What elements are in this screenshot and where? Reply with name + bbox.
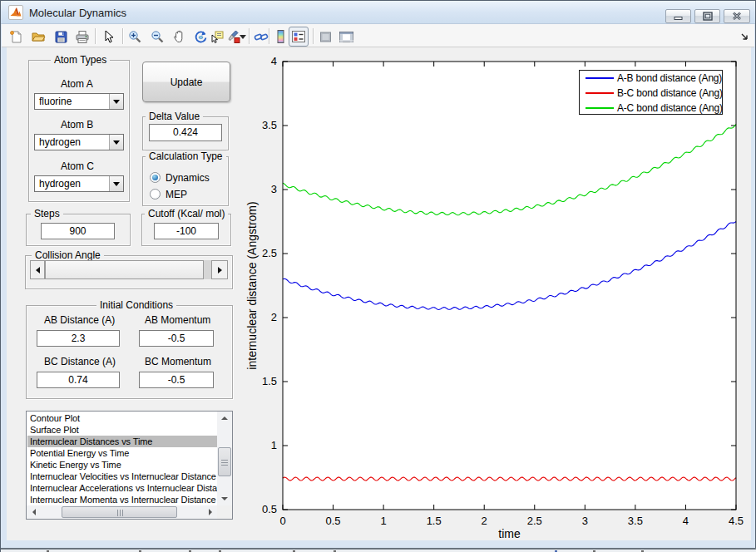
matlab-figure-icon (8, 5, 23, 20)
edit-arrow-icon[interactable] (99, 27, 117, 46)
list-item[interactable]: Internuclear Distances vs Time (27, 436, 217, 447)
scrollbar-corner (217, 505, 232, 519)
legend-label: B-C bond distance (Ang) (617, 87, 723, 99)
zoom-in-icon[interactable] (126, 27, 144, 46)
insert-legend-icon[interactable] (289, 27, 309, 47)
legend-line-sample (586, 107, 614, 109)
show-plot-tools-icon[interactable] (337, 27, 355, 46)
atom-a-label: Atom A (61, 78, 93, 90)
atom-types-title: Atom Types (51, 54, 110, 66)
ab-momentum-label: AB Momentum (145, 314, 210, 326)
cutoff-title: Cutoff (Kcal/ mol) (145, 208, 228, 219)
new-figure-icon[interactable] (7, 27, 25, 46)
slider-right-arrow[interactable] (211, 260, 228, 279)
vscroll-thumb[interactable] (218, 447, 231, 476)
list-item[interactable]: Internuclear Accelerations vs Internucle… (27, 482, 217, 494)
delta-value-title: Delta Value (146, 111, 203, 122)
ab-distance-label: AB Distance (A) (44, 314, 115, 326)
atom-b-label: Atom B (61, 119, 93, 131)
dynamics-radio[interactable] (150, 172, 161, 183)
list-item[interactable]: Surface Plot (27, 424, 217, 436)
print-figure-icon[interactable] (73, 27, 91, 46)
chevron-down-icon (113, 182, 120, 186)
figure-toolbar (2, 24, 754, 47)
rotate-3d-icon[interactable] (191, 27, 210, 46)
pan-icon[interactable] (170, 27, 188, 46)
chevron-down-icon (113, 140, 120, 145)
maximize-button[interactable] (694, 9, 720, 23)
plot-type-listbox[interactable]: Contour PlotSurface PlotInternuclear Dis… (26, 411, 233, 520)
slider-thumb[interactable] (45, 260, 204, 279)
update-button[interactable]: Update (142, 62, 230, 102)
collision-angle-title: Collision Angle (32, 249, 104, 261)
legend-entry: B-C bond distance (Ang) (580, 86, 722, 101)
steps-field[interactable]: 900 (41, 223, 115, 239)
ab-momentum-field[interactable]: -0.5 (139, 330, 214, 347)
mep-label: MEP (166, 189, 187, 200)
list-item[interactable]: Internuclear Velocities vs Internuclear … (27, 471, 217, 482)
title-bar: Molecular Dynamics (1, 1, 755, 24)
arrow-down-icon (221, 497, 228, 500)
chevron-down-icon (113, 100, 120, 104)
atom-c-label: Atom C (61, 160, 94, 172)
arrow-left-icon (32, 509, 36, 515)
atom-c-dropdown-button[interactable] (109, 176, 123, 191)
bc-distance-field[interactable]: 0.74 (37, 372, 120, 388)
scroll-right-button[interactable] (204, 506, 216, 518)
atom-b-value: hydrogen (39, 136, 81, 148)
minimize-button[interactable] (665, 9, 691, 23)
cutoff-field[interactable]: -100 (154, 223, 219, 239)
arrow-right-icon (209, 509, 212, 515)
list-vscrollbar[interactable] (217, 412, 232, 505)
legend-label: A-C bond distance (Ang) (617, 102, 723, 114)
arrow-up-icon (221, 416, 228, 420)
open-file-icon[interactable] (29, 27, 47, 46)
window-title: Molecular Dynamics (29, 7, 126, 19)
data-cursor-icon[interactable] (208, 27, 226, 46)
bc-momentum-label: BC Momentum (145, 356, 211, 367)
brush-dropdown-icon[interactable] (239, 27, 247, 46)
insert-colorbar-icon[interactable] (271, 27, 289, 46)
link-plot-icon[interactable] (252, 27, 270, 46)
save-figure-icon[interactable] (52, 27, 70, 46)
atom-b-dropdown[interactable]: hydrogen (34, 134, 124, 150)
atom-a-dropdown-button[interactable] (109, 94, 123, 109)
atom-c-dropdown[interactable]: hydrogen (34, 175, 124, 192)
list-item[interactable]: Internuclear Momenta vs Internuclear Dis… (27, 494, 217, 505)
arrow-right-icon (218, 267, 222, 274)
collision-angle-slider[interactable] (30, 260, 228, 279)
steps-title: Steps (31, 208, 63, 219)
thumb-grip (120, 510, 121, 516)
initial-conditions-title: Initial Conditions (96, 299, 176, 311)
calculation-type-title: Calculation Type (146, 150, 226, 162)
hscroll-thumb[interactable] (62, 506, 177, 518)
list-hscrollbar[interactable] (27, 505, 217, 519)
legend-entry: A-B bond distance (Ang) (580, 71, 722, 86)
list-item[interactable]: Contour Plot (27, 412, 217, 424)
bc-momentum-field[interactable]: -0.5 (139, 372, 214, 388)
slider-left-arrow[interactable] (30, 260, 45, 279)
list-item[interactable]: Potential Energy vs Time (27, 447, 217, 459)
figure-window: Molecular Dynamics (0, 0, 756, 552)
bc-distance-label: BC Distance (A) (44, 356, 116, 367)
scroll-up-button[interactable] (218, 412, 231, 424)
scroll-left-button[interactable] (27, 506, 40, 518)
list-item[interactable]: Kinetic Energy vs Time (27, 459, 217, 471)
close-button[interactable] (724, 9, 750, 23)
dynamics-label: Dynamics (166, 172, 210, 184)
arrow-left-icon (36, 267, 40, 274)
atom-a-value: fluorine (39, 96, 72, 107)
delta-value-field[interactable]: 0.424 (149, 124, 222, 141)
legend-line-sample (586, 77, 614, 79)
mep-radio[interactable] (150, 189, 161, 200)
scroll-down-button[interactable] (218, 493, 231, 505)
atom-b-dropdown-button[interactable] (109, 135, 123, 150)
atom-c-value: hydrogen (39, 178, 81, 190)
ab-distance-field[interactable]: 2.3 (37, 330, 120, 347)
legend-entry: A-C bond distance (Ang) (580, 101, 722, 116)
toolbar-overflow-icon[interactable] (739, 27, 750, 46)
atom-a-dropdown[interactable]: fluorine (34, 93, 124, 110)
plot-legend[interactable]: A-B bond distance (Ang)B-C bond distance… (579, 70, 723, 115)
hide-plot-tools-icon[interactable] (316, 27, 334, 46)
zoom-out-icon[interactable] (148, 27, 166, 46)
